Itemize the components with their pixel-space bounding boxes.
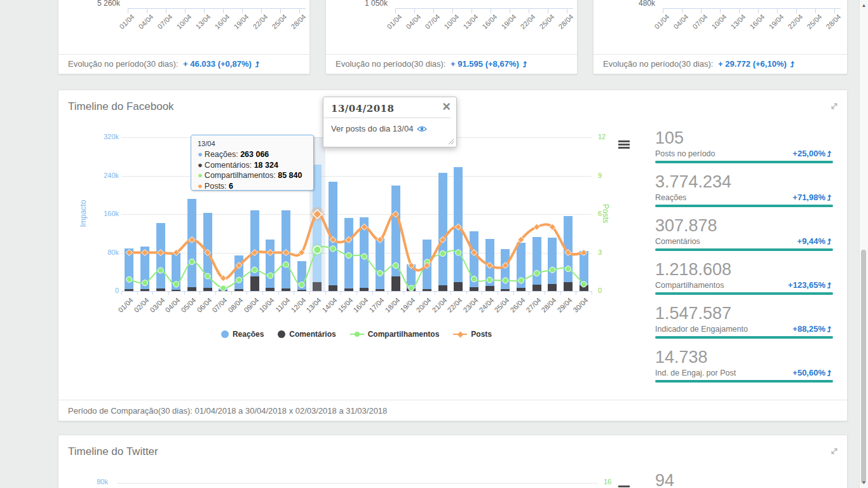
tooltip-row-posts: ●Posts: 6	[198, 181, 307, 192]
dashboard-page: { "top_cards": [ {"axis_label": "5 260k"…	[0, 0, 868, 488]
shares-marker[interactable]	[205, 273, 210, 279]
chart-legend: ReaçõesComentáriosCompartilhamentosPosts	[121, 329, 592, 340]
posts-marker[interactable]	[267, 250, 273, 256]
x-axis-tick	[510, 9, 510, 13]
y-axis-left-tick-label: 160k	[84, 210, 119, 217]
posts-marker[interactable]	[142, 250, 148, 256]
x-axis-tick	[796, 9, 797, 13]
expand-icon[interactable]	[830, 447, 839, 456]
posts-marker[interactable]	[189, 236, 195, 243]
shares-marker[interactable]	[503, 278, 508, 283]
shares-marker[interactable]	[126, 276, 132, 282]
chart-menu-icon[interactable]	[618, 485, 630, 488]
trend-up-icon	[827, 194, 833, 201]
shares-marker[interactable]	[581, 281, 587, 287]
posts-marker[interactable]	[283, 250, 289, 256]
x-axis-tick	[341, 291, 341, 295]
shares-marker[interactable]	[534, 271, 539, 276]
x-axis-tick	[452, 9, 453, 13]
shares-marker[interactable]	[456, 250, 461, 255]
page-scrollbar[interactable]: ▲ ▼	[859, 0, 868, 488]
scroll-up-icon[interactable]: ▲	[860, 3, 868, 8]
legend-label: Reações	[233, 330, 264, 339]
shares-marker[interactable]	[220, 285, 226, 291]
shares-marker[interactable]	[409, 285, 414, 291]
evolution-label: Evolução no período(30 dias):	[336, 59, 445, 69]
x-axis-tick	[242, 9, 243, 13]
resize-handle-icon[interactable]	[447, 137, 454, 145]
stat-value: 105	[655, 128, 833, 147]
shares-marker[interactable]	[566, 266, 571, 272]
shares-marker[interactable]	[142, 280, 148, 286]
shares-marker-active[interactable]	[313, 246, 321, 254]
tooltip-date: 13/04	[198, 140, 307, 147]
shares-marker[interactable]	[158, 268, 163, 273]
chart-menu-icon[interactable]	[618, 140, 630, 149]
x-axis-tick	[395, 9, 396, 13]
legend-label: Compartilhamentos	[368, 330, 440, 339]
y-axis-right-tick-label: 16	[604, 478, 611, 485]
shares-marker[interactable]	[236, 277, 242, 283]
stat-underline-bar	[655, 380, 833, 383]
stat-item-posts-no-peri-odo: 105Posts no período+25,00%	[655, 128, 833, 172]
legend-item-comenta-rios[interactable]: Comentários	[278, 330, 336, 339]
stat-underline-bar	[655, 248, 833, 251]
x-axis-tick	[663, 9, 663, 13]
posts-marker[interactable]	[581, 250, 587, 256]
gridline	[118, 483, 598, 484]
stat-value: 94	[655, 471, 674, 488]
view-posts-link[interactable]: Ver posts do dia 13/04	[323, 118, 456, 139]
y-axis-left-tick-label: 80k	[73, 478, 108, 485]
x-axis-tick	[278, 291, 279, 295]
shares-marker[interactable]	[299, 282, 304, 288]
chart-tooltip: 13/04 ●Reações: 263 066●Comentários: 18 …	[191, 135, 314, 191]
trend-up-icon	[827, 150, 833, 157]
x-axis-tick	[168, 291, 169, 295]
legend-item-compartilhamentos[interactable]: Compartilhamentos	[350, 330, 440, 339]
tooltip-series-name: Compartilhamentos:	[205, 171, 278, 180]
evolution-label: Evolução no período(30 dias):	[68, 59, 178, 69]
series-bullet-icon: ●	[198, 160, 203, 170]
shares-marker[interactable]	[346, 253, 351, 259]
scroll-down-icon[interactable]: ▼	[860, 480, 868, 485]
legend-item-reac-o-es[interactable]: Reações	[221, 330, 264, 339]
posts-line	[129, 214, 583, 278]
facebook-stats-column: 105Posts no período+25,00%3.774.234Reaçõ…	[655, 128, 833, 391]
stat-label: Posts no período	[655, 149, 715, 158]
shares-marker[interactable]	[362, 254, 367, 259]
series-bullet-icon: ●	[198, 149, 203, 159]
shares-marker[interactable]	[252, 267, 257, 273]
x-axis-tick	[299, 9, 300, 13]
shares-marker[interactable]	[283, 262, 289, 268]
shares-marker[interactable]	[519, 278, 524, 283]
shares-marker[interactable]	[471, 276, 477, 282]
stat-value: 3.774.234	[655, 172, 833, 191]
shares-marker[interactable]	[550, 267, 555, 273]
evolution-value: + 46.033 (+0,87%)	[183, 59, 252, 69]
shares-marker[interactable]	[393, 262, 398, 268]
shares-marker[interactable]	[377, 271, 383, 276]
mini-card-2: 1 050k 01/0404/0407/0410/0413/0416/0419/…	[325, 0, 578, 74]
tooltip-series-name: Comentários:	[205, 161, 254, 170]
shares-marker[interactable]	[440, 251, 445, 257]
x-axis-tick	[471, 9, 472, 13]
posts-marker[interactable]	[126, 250, 132, 256]
posts-marker[interactable]	[158, 250, 164, 256]
tooltip-row-comenta-rios: ●Comentários: 18 324	[198, 160, 307, 171]
scrollbar-thumb[interactable]	[861, 250, 866, 484]
shares-marker[interactable]	[330, 246, 336, 252]
shares-marker[interactable]	[487, 277, 492, 283]
x-axis-tick	[567, 9, 567, 13]
trend-up-icon	[790, 60, 796, 67]
x-axis-tick	[701, 9, 702, 13]
stat-row: Indicador de Engajamento+88,25%	[655, 324, 833, 334]
close-icon[interactable]: ×	[442, 100, 451, 113]
stat-row: Ind. de Engaj. por Post+50,60%	[655, 368, 833, 377]
shares-marker[interactable]	[268, 273, 273, 278]
shares-marker[interactable]	[189, 259, 195, 264]
stat-row: Compartilhamentos+123,65%	[655, 280, 833, 290]
x-axis-tick	[200, 291, 200, 295]
x-axis-tick	[777, 9, 778, 13]
shares-marker[interactable]	[173, 281, 179, 287]
legend-item-posts[interactable]: Posts	[453, 330, 492, 339]
